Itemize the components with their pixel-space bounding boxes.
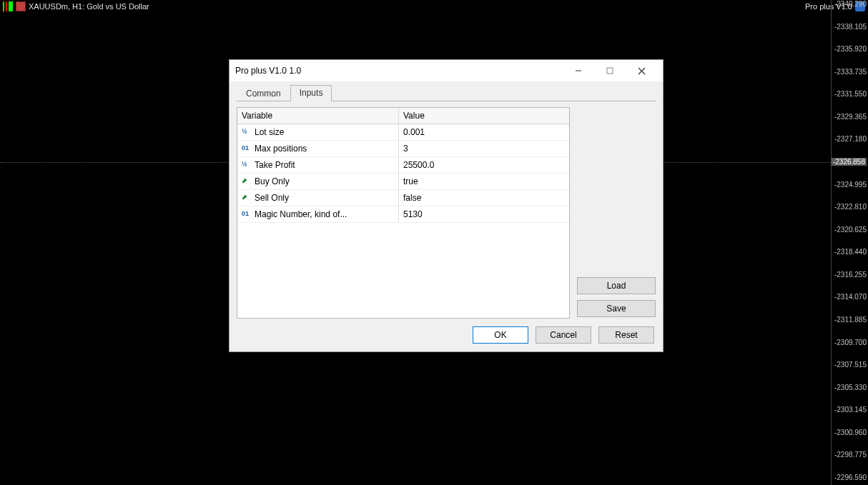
tabstrip: Common Inputs	[237, 86, 656, 101]
price-tick: -2335.920	[834, 45, 867, 53]
maximize-button[interactable]	[594, 61, 626, 81]
input-variable-name: Buy Only	[255, 176, 290, 186]
column-header-variable[interactable]: Variable	[237, 108, 399, 124]
price-tick: -2303.145	[834, 406, 867, 414]
minimize-button[interactable]	[563, 61, 594, 81]
price-tick: -2311.885	[834, 316, 867, 324]
input-variable-value[interactable]: false	[399, 190, 569, 206]
price-tick: -2329.365	[834, 113, 867, 121]
price-tick: -2327.180	[834, 135, 867, 143]
dialog-title: Pro plus V1.0 1.0	[235, 66, 301, 76]
price-tick: -2326.858	[832, 158, 867, 166]
price-tick: -2333.735	[834, 68, 867, 76]
ok-button[interactable]: OK	[473, 326, 528, 344]
expert-advisor-icon	[16, 1, 26, 11]
column-header-value[interactable]: Value	[399, 108, 569, 124]
ea-properties-dialog: Pro plus V1.0 1.0 Common Inputs Variable…	[229, 59, 664, 352]
load-button[interactable]: Load	[577, 277, 656, 294]
save-button[interactable]: Save	[577, 300, 656, 317]
price-tick: -2296.590	[834, 474, 867, 481]
inputs-table[interactable]: Variable Value ½Lot size0.00101Max posit…	[237, 107, 570, 319]
chart-title-bar: XAUUSDm, H1: Gold vs US Dollar Pro plus …	[0, 0, 868, 13]
input-row[interactable]: ½Take Profit25500.0	[237, 157, 569, 174]
price-tick: -2338.105	[834, 23, 867, 31]
chart-symbol-title: XAUUSDm, H1: Gold vs US Dollar	[29, 2, 149, 11]
price-tick: -2305.330	[834, 384, 867, 391]
input-variable-value[interactable]: 5130	[399, 206, 569, 222]
price-tick: -2300.960	[834, 429, 867, 436]
input-row[interactable]: ⬈Sell Onlyfalse	[237, 190, 569, 206]
price-axis: -2340.290-2338.105-2335.920-2333.735-233…	[831, 0, 868, 485]
price-tick: -2340.290	[834, 0, 867, 8]
price-tick: -2318.440	[834, 248, 867, 256]
input-variable-value[interactable]: true	[399, 174, 569, 189]
input-variable-name: Sell Only	[255, 193, 289, 203]
input-variable-name: Magic Number, kind of...	[255, 209, 347, 219]
inputs-table-header: Variable Value	[237, 108, 569, 124]
input-row[interactable]: 01Max positions3	[237, 141, 569, 157]
price-tick: -2298.775	[834, 451, 867, 459]
input-variable-name: Max positions	[255, 144, 307, 154]
inputs-table-body: ½Lot size0.00101Max positions3½Take Prof…	[237, 124, 569, 223]
close-button[interactable]	[626, 61, 657, 81]
input-variable-value[interactable]: 25500.0	[399, 157, 569, 173]
bool-type-icon: ⬈	[242, 177, 252, 186]
price-tick: -2331.550	[834, 90, 867, 98]
input-variable-value[interactable]: 3	[399, 141, 569, 156]
cancel-button[interactable]: Cancel	[536, 326, 591, 344]
int-type-icon: 01	[242, 210, 252, 219]
tab-inputs[interactable]: Inputs	[290, 85, 332, 101]
input-row[interactable]: 01Magic Number, kind of...5130	[237, 206, 569, 223]
price-tick: -2314.070	[834, 293, 867, 301]
input-variable-value[interactable]: 0.001	[399, 124, 569, 140]
price-tick: -2309.700	[834, 339, 867, 346]
price-tick: -2322.810	[834, 203, 867, 211]
tab-common[interactable]: Common	[237, 86, 290, 101]
half-type-icon: ½	[242, 161, 252, 169]
input-variable-name: Take Profit	[255, 160, 295, 170]
input-variable-name: Lot size	[255, 127, 284, 137]
bool-type-icon: ⬈	[242, 194, 252, 202]
int-type-icon: 01	[242, 144, 252, 153]
price-tick: -2316.255	[834, 271, 867, 279]
input-row[interactable]: ½Lot size0.001	[237, 124, 569, 141]
candlestick-icon	[3, 1, 13, 11]
dialog-footer: OK Cancel Reset	[230, 319, 663, 351]
input-row[interactable]: ⬈Buy Onlytrue	[237, 174, 569, 190]
price-tick: -2307.515	[834, 361, 867, 369]
price-tick: -2324.995	[834, 181, 867, 189]
price-tick: -2320.625	[834, 226, 867, 234]
svg-rect-1	[607, 68, 613, 74]
reset-button[interactable]: Reset	[598, 326, 654, 344]
dialog-titlebar[interactable]: Pro plus V1.0 1.0	[230, 60, 663, 81]
half-type-icon: ½	[242, 128, 252, 136]
